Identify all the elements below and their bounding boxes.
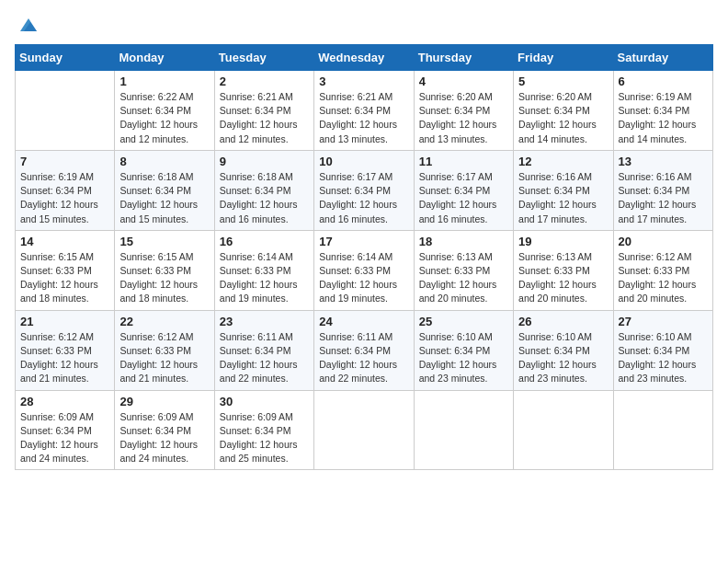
day-info: Sunrise: 6:13 AM Sunset: 6:33 PM Dayligh… [518,250,608,306]
calendar-day-cell: 19Sunrise: 6:13 AM Sunset: 6:33 PM Dayli… [514,230,613,310]
calendar-day-cell: 21Sunrise: 6:12 AM Sunset: 6:33 PM Dayli… [16,310,115,390]
calendar-day-cell [514,390,613,470]
day-info: Sunrise: 6:17 AM Sunset: 6:34 PM Dayligh… [319,170,408,226]
day-info: Sunrise: 6:12 AM Sunset: 6:33 PM Dayligh… [119,330,209,386]
day-number: 29 [119,395,209,408]
day-number: 13 [619,155,708,168]
calendar-day-cell: 11Sunrise: 6:17 AM Sunset: 6:34 PM Dayli… [414,150,513,230]
day-info: Sunrise: 6:09 AM Sunset: 6:34 PM Dayligh… [119,410,209,466]
calendar-day-cell: 23Sunrise: 6:11 AM Sunset: 6:34 PM Dayli… [214,310,313,390]
calendar-week-row: 1Sunrise: 6:22 AM Sunset: 6:34 PM Daylig… [16,71,713,151]
calendar-header-row: SundayMondayTuesdayWednesdayThursdayFrid… [16,45,713,71]
day-number: 9 [220,155,309,168]
day-info: Sunrise: 6:09 AM Sunset: 6:34 PM Dayligh… [220,410,309,466]
calendar-header-cell: Sunday [16,45,115,71]
day-number: 3 [319,75,408,88]
calendar-week-row: 14Sunrise: 6:15 AM Sunset: 6:33 PM Dayli… [16,230,713,310]
day-number: 28 [20,395,109,408]
day-number: 23 [220,315,309,328]
calendar-day-cell: 22Sunrise: 6:12 AM Sunset: 6:33 PM Dayli… [115,310,214,390]
day-info: Sunrise: 6:10 AM Sunset: 6:34 PM Dayligh… [619,330,708,386]
calendar-day-cell: 5Sunrise: 6:20 AM Sunset: 6:34 PM Daylig… [514,71,613,151]
day-number: 16 [220,235,309,248]
calendar-day-cell: 4Sunrise: 6:20 AM Sunset: 6:34 PM Daylig… [414,71,513,151]
calendar-day-cell: 17Sunrise: 6:14 AM Sunset: 6:33 PM Dayli… [314,230,414,310]
calendar-day-cell: 20Sunrise: 6:12 AM Sunset: 6:33 PM Dayli… [613,230,712,310]
day-info: Sunrise: 6:16 AM Sunset: 6:34 PM Dayligh… [518,170,608,226]
calendar-body: 1Sunrise: 6:22 AM Sunset: 6:34 PM Daylig… [16,71,713,470]
day-number: 15 [119,235,209,248]
day-number: 11 [419,155,508,168]
day-info: Sunrise: 6:21 AM Sunset: 6:34 PM Dayligh… [319,90,408,146]
calendar-day-cell: 10Sunrise: 6:17 AM Sunset: 6:34 PM Dayli… [314,150,414,230]
page-header [15,15,713,35]
calendar-day-cell: 6Sunrise: 6:19 AM Sunset: 6:34 PM Daylig… [613,71,712,151]
day-number: 7 [20,155,109,168]
calendar-day-cell: 14Sunrise: 6:15 AM Sunset: 6:33 PM Dayli… [16,230,115,310]
calendar-week-row: 7Sunrise: 6:19 AM Sunset: 6:34 PM Daylig… [16,150,713,230]
day-number: 24 [319,315,408,328]
calendar-week-row: 21Sunrise: 6:12 AM Sunset: 6:33 PM Dayli… [16,310,713,390]
calendar-day-cell: 15Sunrise: 6:15 AM Sunset: 6:33 PM Dayli… [115,230,214,310]
calendar-day-cell: 2Sunrise: 6:21 AM Sunset: 6:34 PM Daylig… [214,71,313,151]
calendar-day-cell: 18Sunrise: 6:13 AM Sunset: 6:33 PM Dayli… [414,230,513,310]
day-info: Sunrise: 6:10 AM Sunset: 6:34 PM Dayligh… [518,330,608,386]
day-number: 2 [220,75,309,88]
day-number: 18 [419,235,508,248]
calendar-day-cell: 28Sunrise: 6:09 AM Sunset: 6:34 PM Dayli… [16,390,115,470]
logo-icon [18,15,39,35]
day-number: 20 [619,235,708,248]
day-info: Sunrise: 6:19 AM Sunset: 6:34 PM Dayligh… [619,90,708,146]
calendar-header-cell: Monday [115,45,214,71]
day-info: Sunrise: 6:14 AM Sunset: 6:33 PM Dayligh… [319,250,408,306]
calendar-header-cell: Friday [514,45,613,71]
calendar-header-cell: Saturday [613,45,712,71]
day-info: Sunrise: 6:21 AM Sunset: 6:34 PM Dayligh… [220,90,309,146]
day-info: Sunrise: 6:22 AM Sunset: 6:34 PM Dayligh… [119,90,209,146]
day-number: 8 [119,155,209,168]
day-number: 5 [518,75,608,88]
calendar-day-cell: 29Sunrise: 6:09 AM Sunset: 6:34 PM Dayli… [115,390,214,470]
day-info: Sunrise: 6:15 AM Sunset: 6:33 PM Dayligh… [20,250,109,306]
day-number: 19 [518,235,608,248]
day-info: Sunrise: 6:20 AM Sunset: 6:34 PM Dayligh… [419,90,508,146]
calendar-day-cell: 25Sunrise: 6:10 AM Sunset: 6:34 PM Dayli… [414,310,513,390]
calendar-day-cell: 27Sunrise: 6:10 AM Sunset: 6:34 PM Dayli… [613,310,712,390]
calendar-day-cell: 1Sunrise: 6:22 AM Sunset: 6:34 PM Daylig… [115,71,214,151]
calendar-day-cell [16,71,115,151]
day-info: Sunrise: 6:18 AM Sunset: 6:34 PM Dayligh… [119,170,209,226]
logo [15,15,40,35]
day-number: 12 [518,155,608,168]
calendar-day-cell: 30Sunrise: 6:09 AM Sunset: 6:34 PM Dayli… [214,390,313,470]
day-info: Sunrise: 6:11 AM Sunset: 6:34 PM Dayligh… [220,330,309,386]
day-number: 25 [419,315,508,328]
day-info: Sunrise: 6:14 AM Sunset: 6:33 PM Dayligh… [220,250,309,306]
calendar-day-cell: 13Sunrise: 6:16 AM Sunset: 6:34 PM Dayli… [613,150,712,230]
day-info: Sunrise: 6:12 AM Sunset: 6:33 PM Dayligh… [619,250,708,306]
calendar-day-cell: 9Sunrise: 6:18 AM Sunset: 6:34 PM Daylig… [214,150,313,230]
day-info: Sunrise: 6:13 AM Sunset: 6:33 PM Dayligh… [419,250,508,306]
calendar-day-cell: 3Sunrise: 6:21 AM Sunset: 6:34 PM Daylig… [314,71,414,151]
day-info: Sunrise: 6:19 AM Sunset: 6:34 PM Dayligh… [20,170,109,226]
day-info: Sunrise: 6:10 AM Sunset: 6:34 PM Dayligh… [419,330,508,386]
calendar-header-cell: Wednesday [314,45,414,71]
calendar-day-cell: 26Sunrise: 6:10 AM Sunset: 6:34 PM Dayli… [514,310,613,390]
calendar-day-cell [314,390,414,470]
calendar-day-cell: 7Sunrise: 6:19 AM Sunset: 6:34 PM Daylig… [16,150,115,230]
calendar-day-cell: 12Sunrise: 6:16 AM Sunset: 6:34 PM Dayli… [514,150,613,230]
calendar-header-cell: Tuesday [214,45,313,71]
day-number: 14 [20,235,109,248]
day-info: Sunrise: 6:16 AM Sunset: 6:34 PM Dayligh… [619,170,708,226]
day-number: 6 [619,75,708,88]
day-number: 27 [619,315,708,328]
day-number: 10 [319,155,408,168]
calendar-table: SundayMondayTuesdayWednesdayThursdayFrid… [15,44,713,470]
day-number: 22 [119,315,209,328]
calendar-week-row: 28Sunrise: 6:09 AM Sunset: 6:34 PM Dayli… [16,390,713,470]
day-info: Sunrise: 6:11 AM Sunset: 6:34 PM Dayligh… [319,330,408,386]
calendar-day-cell: 16Sunrise: 6:14 AM Sunset: 6:33 PM Dayli… [214,230,313,310]
day-number: 21 [20,315,109,328]
day-info: Sunrise: 6:18 AM Sunset: 6:34 PM Dayligh… [220,170,309,226]
calendar-day-cell [613,390,712,470]
day-number: 30 [220,395,309,408]
